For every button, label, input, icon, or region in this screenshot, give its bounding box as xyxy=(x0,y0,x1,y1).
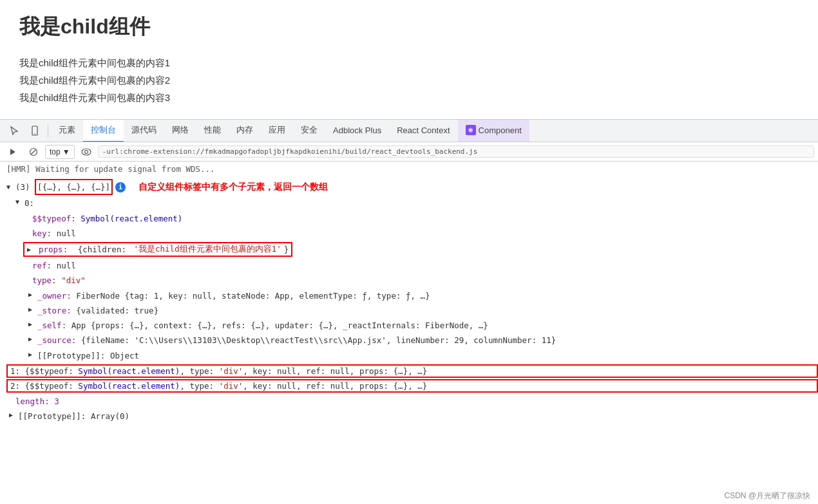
store-key: _store: xyxy=(37,304,71,317)
svg-point-6 xyxy=(84,150,88,153)
field-prototype-inner: ▶ [[Prototype]]: Object xyxy=(0,348,818,363)
array-items-preview: [{…}, {…}, {…}] xyxy=(35,179,113,195)
play-btn[interactable] xyxy=(4,144,22,160)
source-key: _source: xyxy=(37,333,76,347)
field-key-key: key: xyxy=(32,227,52,240)
devtools-tab-bar: 元素 控制台 源代码 网络 性能 内存 应用 安全 Adblock Plus R… xyxy=(0,119,818,142)
svg-point-1 xyxy=(34,133,35,135)
tab-react-context[interactable]: React Context xyxy=(389,119,457,142)
owner-arrow[interactable]: ▶ xyxy=(28,289,37,300)
tab-adblock[interactable]: Adblock Plus xyxy=(325,119,389,142)
tab-memory[interactable]: 内存 xyxy=(229,119,261,142)
array-root-row: ▼ (3) [{…}, {…}, {…}] i 自定义组件标签中有多个子元素，返… xyxy=(0,176,818,196)
tab-component-label: Component xyxy=(479,126,522,135)
devtools-toolbar2: top ▼ -url:chrome-extension://fmkadmapgo… xyxy=(0,142,818,162)
proto-label: [[Prototype]]: Array(0) xyxy=(18,409,129,423)
field-self: ▶ _self: App {props: {…}, context: {…}, … xyxy=(0,318,818,333)
mobile-icon-btn[interactable] xyxy=(24,120,45,141)
svg-line-4 xyxy=(31,149,36,154)
field-typeof-val: Symbol(react.element) xyxy=(81,212,182,225)
footer-text: CSDN @月光晒了很凉快 xyxy=(724,491,810,500)
tab-elements[interactable]: 元素 xyxy=(51,119,83,142)
field-ref-key: ref: xyxy=(32,259,52,272)
top-label: top xyxy=(50,147,61,156)
props-arrow[interactable]: ▶ xyxy=(27,246,36,253)
field-ref: ref: null xyxy=(0,258,818,273)
proto-array-row: ▶ [[Prototype]]: Array(0) xyxy=(0,409,818,424)
chevron-down-icon: ▼ xyxy=(62,147,70,156)
item2-text: 2: {$$typeof: Symbol(react.element), typ… xyxy=(10,381,427,391)
item1-row: 1: {$$typeof: Symbol(react.element), typ… xyxy=(0,364,818,378)
item2-box: 2: {$$typeof: Symbol(react.element), typ… xyxy=(6,379,818,393)
self-key: _self: xyxy=(37,319,66,332)
store-arrow[interactable]: ▶ xyxy=(28,304,37,315)
tab-sources[interactable]: 源代码 xyxy=(124,119,164,142)
proto-inner-val: Object xyxy=(110,349,139,362)
top-selector[interactable]: top ▼ xyxy=(45,145,75,159)
console-area: [HMR] Waiting for update signal from WDS… xyxy=(0,162,818,424)
array-count: (3) xyxy=(15,180,35,194)
proto-arrow[interactable]: ▶ xyxy=(9,409,18,420)
hmr-line: [HMR] Waiting for update signal from WDS… xyxy=(0,162,818,176)
self-val: App {props: {…}, context: {…}, refs: {…}… xyxy=(71,319,488,332)
field-owner: ▶ _owner: FiberNode {tag: 1, key: null, … xyxy=(0,288,818,303)
eye-btn[interactable] xyxy=(77,144,95,160)
props-close-brace: } xyxy=(284,245,289,254)
tab-network[interactable]: 网络 xyxy=(164,119,196,142)
owner-val: FiberNode {tag: 1, key: null, stateNode:… xyxy=(76,289,430,303)
field-type: type: "div" xyxy=(0,273,818,288)
field-typeof-key: $$typeof: xyxy=(32,212,76,225)
top-content: 我是child组件 我是child组件元素中间包裹的内容1 我是child组件元… xyxy=(0,0,818,119)
annotation-text: 自定义组件标签中有多个子元素，返回一个数组 xyxy=(138,180,328,195)
component-icon: ⚛ xyxy=(466,125,476,135)
field-source: ▶ _source: {fileName: 'C:\\Users\\13103\… xyxy=(0,333,818,348)
proto-inner-label: [[Prototype]]: xyxy=(37,349,105,362)
owner-key: _owner: xyxy=(37,289,71,303)
item2-row: 2: {$$typeof: Symbol(react.element), typ… xyxy=(0,379,818,393)
field-key-val: null xyxy=(57,227,76,240)
svg-point-5 xyxy=(82,149,91,155)
props-val-brace: {children: xyxy=(78,245,131,254)
item0-arrow[interactable]: ▼ xyxy=(15,196,24,207)
store-val: {validated: true} xyxy=(76,304,158,317)
source-val: {fileName: 'C:\\Users\\13103\\Desktop\\r… xyxy=(81,333,556,347)
source-arrow[interactable]: ▶ xyxy=(28,333,37,344)
tab-application[interactable]: 应用 xyxy=(261,119,293,142)
props-children-val: '我是child组件元素中间包裹的内容1' xyxy=(133,244,281,255)
field-type-val: "div" xyxy=(61,274,86,287)
subtitle-2: 我是child组件元素中间包裹的内容2 xyxy=(19,71,799,89)
subtitle-list: 我是child组件元素中间包裹的内容1 我是child组件元素中间包裹的内容2 … xyxy=(19,54,799,106)
item0-label: ▼ 0: xyxy=(0,196,818,210)
tab-security[interactable]: 安全 xyxy=(293,119,325,142)
item0-key: 0: xyxy=(24,196,34,210)
info-icon[interactable]: i xyxy=(115,182,126,192)
array-arrow[interactable]: ▼ xyxy=(6,182,15,192)
footer: CSDN @月光晒了很凉快 xyxy=(716,488,818,504)
tab-performance[interactable]: 性能 xyxy=(196,119,229,142)
block-btn[interactable] xyxy=(24,144,43,160)
props-key: props: xyxy=(39,245,68,254)
tab-component[interactable]: ⚛ Component xyxy=(458,119,529,142)
page-title: 我是child组件 xyxy=(19,13,799,41)
subtitle-3: 我是child组件元素中间包裹的内容3 xyxy=(19,89,799,106)
length-label: length: 3 xyxy=(15,395,59,408)
proto-inner-arrow[interactable]: ▶ xyxy=(28,349,37,360)
self-arrow[interactable]: ▶ xyxy=(28,319,37,330)
field-props-row: ▶ props: {children: '我是child组件元素中间包裹的内容1… xyxy=(0,241,818,258)
subtitle-1: 我是child组件元素中间包裹的内容1 xyxy=(19,54,799,71)
svg-marker-2 xyxy=(10,149,15,155)
url-bar: -url:chrome-extension://fmkadmapgofadopl… xyxy=(98,145,814,158)
field-ref-val: null xyxy=(57,259,76,272)
field-typeof: $$typeof: Symbol(react.element) xyxy=(0,211,818,226)
field-key: key: null xyxy=(0,226,818,241)
length-row: length: 3 xyxy=(0,394,818,409)
tab-console[interactable]: 控制台 xyxy=(83,119,124,142)
cursor-icon-btn[interactable] xyxy=(4,120,24,141)
tab-separator xyxy=(48,124,48,137)
item1-text: 1: {$$typeof: Symbol(react.element), typ… xyxy=(10,366,427,376)
props-highlight-box: ▶ props: {children: '我是child组件元素中间包裹的内容1… xyxy=(23,242,292,257)
field-type-key: type: xyxy=(32,274,57,287)
item1-box: 1: {$$typeof: Symbol(react.element), typ… xyxy=(6,364,818,378)
field-store: ▶ _store: {validated: true} xyxy=(0,303,818,318)
